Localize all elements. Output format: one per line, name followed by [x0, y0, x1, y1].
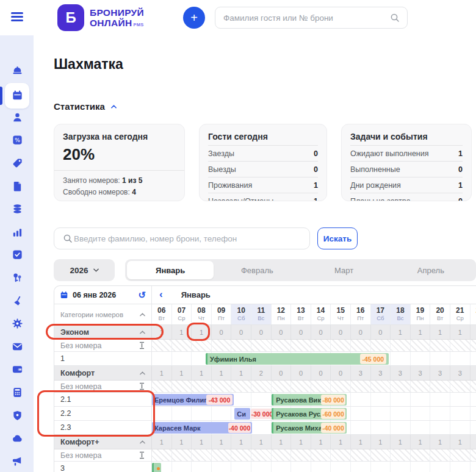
grid-cell[interactable]: 0 — [311, 366, 331, 380]
day-header-18[interactable]: 18Вс — [391, 304, 411, 324]
grid-cell[interactable]: 1 — [272, 435, 292, 449]
grid-cell[interactable]: 1 — [450, 435, 471, 449]
grid-cell[interactable] — [430, 352, 450, 365]
grid-cell[interactable]: 1 — [152, 435, 172, 449]
grid-cell[interactable] — [411, 462, 431, 472]
grid-cell[interactable]: 0 — [351, 325, 371, 339]
sidebar-item-keys[interactable] — [5, 266, 29, 289]
stats-toggle[interactable]: Статистика — [54, 101, 117, 112]
grid-cell[interactable] — [371, 449, 391, 461]
booking-bar[interactable] — [152, 463, 161, 472]
grid-cell[interactable] — [272, 381, 292, 392]
sidebar-item-tag[interactable] — [5, 151, 29, 174]
tab-month-Январь[interactable]: Январь — [127, 261, 214, 279]
grid-cell[interactable] — [192, 407, 212, 420]
grid-cell[interactable] — [411, 407, 431, 420]
grid-cell[interactable]: 0 — [212, 325, 232, 339]
grid-cell[interactable] — [212, 449, 232, 461]
search-button[interactable]: Искать — [317, 227, 358, 249]
grid-cell[interactable]: 3 — [411, 366, 431, 380]
grid-cell[interactable]: 1 — [231, 435, 251, 449]
sidebar-item-settings[interactable] — [5, 312, 29, 335]
grid-cell[interactable] — [450, 462, 471, 472]
tab-month-Февраль[interactable]: Февраль — [214, 261, 300, 279]
grid-cell[interactable]: 0 — [371, 325, 391, 339]
grid-cell[interactable]: 3 — [471, 366, 476, 380]
grid-cell[interactable] — [251, 421, 272, 434]
grid-cell[interactable] — [291, 449, 311, 461]
grid-cell[interactable] — [450, 421, 471, 434]
sidebar-item-calculator[interactable] — [5, 381, 29, 404]
grid-cell[interactable] — [311, 381, 331, 392]
sidebar-item-guests[interactable] — [5, 105, 29, 129]
sidebar-item-security[interactable] — [5, 404, 29, 427]
grid-cell[interactable] — [450, 381, 471, 392]
grid-cell[interactable] — [351, 381, 371, 392]
day-header-17[interactable]: 17Сб — [371, 304, 391, 324]
sidebar-item-discount[interactable]: % — [5, 129, 29, 152]
grid-cell[interactable] — [351, 407, 371, 420]
grid-cell[interactable] — [291, 462, 311, 472]
add-booking-button[interactable]: + — [183, 7, 205, 29]
day-header-19[interactable]: 19Пн — [411, 304, 431, 324]
grid-cell[interactable] — [430, 421, 450, 434]
grid-cell[interactable]: 0 — [251, 325, 272, 339]
sidebar-item-bell[interactable] — [5, 60, 29, 83]
grid-cell[interactable]: 0 — [331, 366, 351, 380]
grid-cell[interactable] — [231, 340, 251, 351]
grid-cell[interactable] — [251, 462, 272, 472]
grid-cell[interactable]: 1 — [311, 435, 331, 449]
grid-cell[interactable] — [152, 381, 172, 392]
grid-cell[interactable] — [430, 449, 450, 461]
prev-month-arrow[interactable]: ‹ — [152, 288, 163, 302]
grid-cell[interactable]: 1 — [371, 435, 391, 449]
day-header-13[interactable]: 13Вт — [291, 304, 311, 324]
grid-cell[interactable] — [391, 462, 411, 472]
grid-cell[interactable]: 1 — [172, 366, 192, 380]
grid-cell[interactable] — [331, 381, 351, 392]
grid-cell[interactable] — [272, 449, 292, 461]
grid-cell[interactable] — [251, 381, 272, 392]
grid-cell[interactable]: 3 — [450, 366, 471, 380]
category-label[interactable]: Комфорт — [54, 366, 152, 380]
grid-cell[interactable] — [172, 462, 192, 472]
grid-cell[interactable]: 1 — [192, 325, 212, 339]
grid-cell[interactable]: 1 — [391, 325, 411, 339]
tab-month-Апрель[interactable]: Апрель — [388, 261, 474, 279]
grid-cell[interactable]: 1 — [291, 435, 311, 449]
grid-cell[interactable] — [450, 449, 471, 461]
grid-cell[interactable]: 0 — [291, 366, 311, 380]
grid-cell[interactable]: 0 — [272, 366, 292, 380]
category-label[interactable]: Эконом — [54, 325, 152, 339]
day-header-10[interactable]: 10Сб — [231, 304, 251, 324]
grid-cell[interactable]: 1 — [471, 325, 476, 339]
grid-cell[interactable] — [371, 407, 391, 420]
grid-cell[interactable]: 1 — [430, 325, 450, 339]
grid-cell[interactable]: 3 — [351, 366, 371, 380]
grid-cell[interactable] — [172, 340, 192, 351]
sidebar-item-cloud[interactable] — [5, 427, 29, 450]
grid-cell[interactable] — [430, 407, 450, 420]
grid-cell[interactable] — [272, 462, 292, 472]
day-header-22[interactable]: 22Чт — [471, 304, 476, 324]
chevron-up-icon[interactable] — [140, 331, 145, 334]
day-header-21[interactable]: 21Ср — [450, 304, 471, 324]
grid-cell[interactable] — [311, 340, 331, 351]
booking-search-input[interactable] — [74, 234, 303, 243]
grid-cell[interactable] — [212, 407, 232, 420]
grid-cell[interactable]: 0 — [311, 325, 331, 339]
grid-cell[interactable]: 3 — [371, 366, 391, 380]
grid-cell[interactable]: 1 — [430, 435, 450, 449]
grid-cell[interactable] — [251, 393, 272, 406]
expand-rows-icon[interactable] — [139, 341, 145, 349]
grid-cell[interactable] — [172, 381, 192, 392]
grid-cell[interactable] — [152, 449, 172, 461]
grid-cell[interactable] — [231, 393, 251, 406]
grid-cell[interactable]: 1 — [172, 435, 192, 449]
brand-logo[interactable]: Б БРОНИРУЙ ОНЛАЙНPMS — [57, 4, 144, 31]
grid-cell[interactable]: 0 — [331, 325, 351, 339]
grid-cell[interactable] — [152, 340, 172, 351]
grid-cell[interactable]: 1 — [351, 435, 371, 449]
grid-cell[interactable] — [272, 340, 292, 351]
hamburger-menu-icon[interactable] — [11, 12, 23, 22]
